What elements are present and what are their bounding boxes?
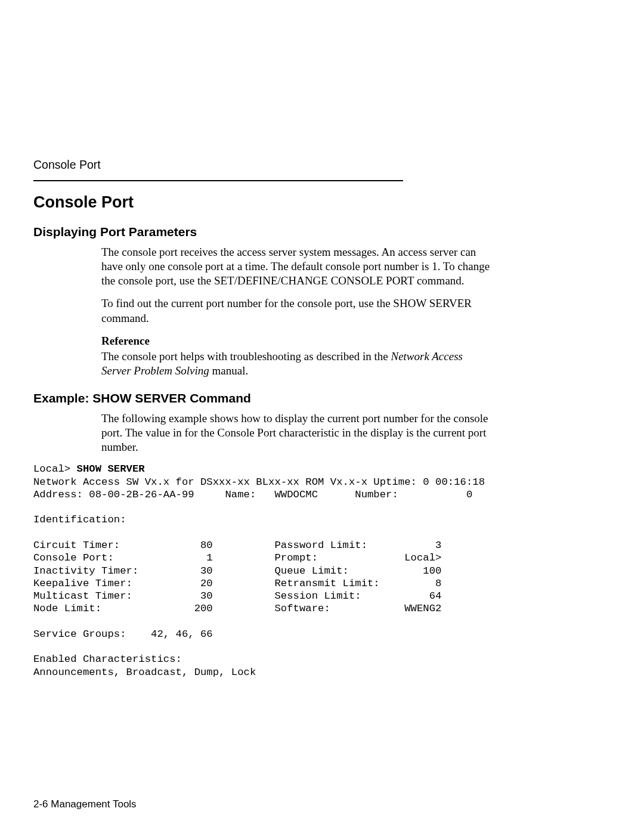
paragraph: The console port receives the access ser…	[101, 245, 495, 288]
output-body: Network Access SW Vx.x for DSxxx-xx BLxx…	[33, 476, 485, 678]
page-footer: 2-6 Management Tools	[33, 798, 137, 810]
paragraph: To find out the current port number for …	[101, 296, 495, 325]
reference-heading: Reference	[101, 334, 495, 348]
running-head: Console Port	[33, 158, 519, 172]
text: The console port helps with troubleshoot…	[101, 350, 391, 363]
terminal-output: Local> SHOW SERVER Network Access SW Vx.…	[33, 463, 519, 679]
prompt-text: Local>	[33, 463, 77, 475]
reference-paragraph: The console port helps with troubleshoot…	[101, 349, 495, 378]
section-1-body: The console port receives the access ser…	[101, 245, 495, 378]
section-heading-1: Displaying Port Parameters	[33, 225, 519, 239]
section-2-body: The following example shows how to displ…	[101, 411, 495, 454]
section-heading-2: Example: SHOW SERVER Command	[33, 391, 519, 405]
command-text: SHOW SERVER	[77, 463, 145, 475]
page: Console Port Console Port Displaying Por…	[0, 0, 644, 833]
text: manual.	[209, 364, 248, 377]
horizontal-rule	[33, 180, 403, 181]
page-title: Console Port	[33, 193, 519, 212]
paragraph: The following example shows how to displ…	[101, 411, 495, 454]
